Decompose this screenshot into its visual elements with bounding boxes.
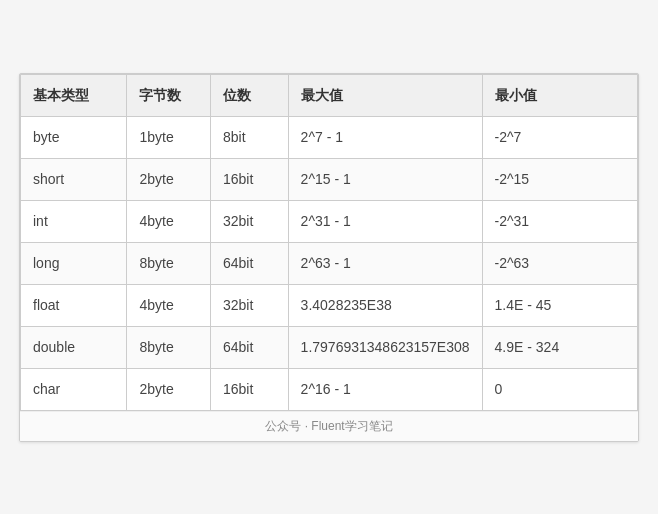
header-bytes: 字节数 xyxy=(127,74,211,116)
cell-min: 1.4E - 45 xyxy=(482,284,637,326)
cell-type: char xyxy=(21,368,127,410)
cell-bits: 32bit xyxy=(211,200,289,242)
data-table: 基本类型 字节数 位数 最大值 最小值 byte1byte8bit2^7 - 1… xyxy=(20,74,638,411)
cell-bits: 8bit xyxy=(211,116,289,158)
header-max: 最大值 xyxy=(288,74,482,116)
cell-min: -2^63 xyxy=(482,242,637,284)
table-row: char2byte16bit2^16 - 10 xyxy=(21,368,638,410)
table-row: byte1byte8bit2^7 - 1-2^7 xyxy=(21,116,638,158)
table-header-row: 基本类型 字节数 位数 最大值 最小值 xyxy=(21,74,638,116)
cell-max: 2^16 - 1 xyxy=(288,368,482,410)
header-bits: 位数 xyxy=(211,74,289,116)
footer-bar: 公众号 · Fluent学习笔记 xyxy=(20,411,638,441)
cell-bits: 64bit xyxy=(211,326,289,368)
cell-bits: 64bit xyxy=(211,242,289,284)
cell-type: float xyxy=(21,284,127,326)
cell-type: int xyxy=(21,200,127,242)
cell-bytes: 8byte xyxy=(127,242,211,284)
cell-max: 2^31 - 1 xyxy=(288,200,482,242)
cell-type: byte xyxy=(21,116,127,158)
cell-max: 2^63 - 1 xyxy=(288,242,482,284)
cell-type: long xyxy=(21,242,127,284)
table-row: long8byte64bit2^63 - 1-2^63 xyxy=(21,242,638,284)
table-row: float4byte32bit3.4028235E381.4E - 45 xyxy=(21,284,638,326)
header-min: 最小值 xyxy=(482,74,637,116)
cell-max: 3.4028235E38 xyxy=(288,284,482,326)
cell-min: -2^31 xyxy=(482,200,637,242)
table-row: short2byte16bit2^15 - 1-2^15 xyxy=(21,158,638,200)
cell-min: -2^7 xyxy=(482,116,637,158)
cell-max: 2^15 - 1 xyxy=(288,158,482,200)
cell-bits: 16bit xyxy=(211,158,289,200)
cell-bytes: 4byte xyxy=(127,200,211,242)
cell-min: 4.9E - 324 xyxy=(482,326,637,368)
table-row: int4byte32bit2^31 - 1-2^31 xyxy=(21,200,638,242)
data-table-container: 基本类型 字节数 位数 最大值 最小值 byte1byte8bit2^7 - 1… xyxy=(19,73,639,442)
cell-bytes: 2byte xyxy=(127,158,211,200)
footer-text: 公众号 · Fluent学习笔记 xyxy=(265,419,392,433)
cell-bytes: 8byte xyxy=(127,326,211,368)
cell-bits: 16bit xyxy=(211,368,289,410)
cell-bits: 32bit xyxy=(211,284,289,326)
cell-min: 0 xyxy=(482,368,637,410)
cell-bytes: 2byte xyxy=(127,368,211,410)
cell-min: -2^15 xyxy=(482,158,637,200)
table-row: double8byte64bit1.7976931348623157E3084.… xyxy=(21,326,638,368)
cell-bytes: 1byte xyxy=(127,116,211,158)
cell-max: 1.7976931348623157E308 xyxy=(288,326,482,368)
cell-bytes: 4byte xyxy=(127,284,211,326)
cell-max: 2^7 - 1 xyxy=(288,116,482,158)
cell-type: short xyxy=(21,158,127,200)
header-type: 基本类型 xyxy=(21,74,127,116)
cell-type: double xyxy=(21,326,127,368)
table-body: byte1byte8bit2^7 - 1-2^7short2byte16bit2… xyxy=(21,116,638,410)
